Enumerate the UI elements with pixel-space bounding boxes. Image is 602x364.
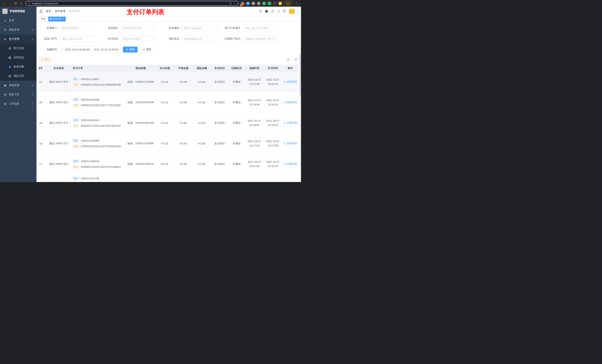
extension-icon[interactable] xyxy=(257,2,260,5)
menu-item-icon: ◉ xyxy=(8,65,11,68)
filter-input[interactable] xyxy=(243,25,278,31)
view-detail-link[interactable]: 查看详情 xyxy=(284,162,297,166)
menu-item-icon: ▥ xyxy=(3,102,7,105)
merchant-tag: 商户 xyxy=(73,139,79,143)
filter-control[interactable] xyxy=(182,25,217,31)
filter-input[interactable] xyxy=(120,36,156,42)
refresh-table-button[interactable] xyxy=(293,57,299,62)
filter-control[interactable] xyxy=(120,25,156,31)
filter-field: 退款状态 xyxy=(161,36,222,42)
filter-control[interactable] xyxy=(59,36,95,42)
cell-fee-amount: ¥ 0.00 xyxy=(174,92,193,113)
view-detail-link[interactable]: 查看详情 xyxy=(284,101,297,104)
search-toggle-button[interactable] xyxy=(286,57,291,62)
search-icon xyxy=(259,10,262,13)
font-size-icon: T xyxy=(283,10,285,13)
sidebar-menu-item[interactable]: ▤ 商户信息 xyxy=(0,44,36,53)
address-bar[interactable]: ⓘ localhost:1024/pay/order ☆ xyxy=(26,1,238,6)
search-button[interactable]: 搜索 xyxy=(123,47,138,52)
browser-reload-button[interactable] xyxy=(13,1,18,6)
filter-input[interactable] xyxy=(120,25,156,31)
browser-profile-avatar[interactable] xyxy=(279,2,282,5)
page-scrollbar[interactable] xyxy=(300,7,301,182)
sidebar-menu-item[interactable]: ◎ 首页 xyxy=(0,16,36,25)
view-detail-link[interactable]: 查看详情 xyxy=(284,80,297,83)
cell-pay-status: 支付成功 xyxy=(211,154,228,174)
date-end-value[interactable]: 2021-10-31 23:59:59 xyxy=(94,48,118,51)
filter-input[interactable] xyxy=(182,36,217,42)
date-start-value[interactable]: 2021-10-01 00:00:00 xyxy=(65,48,89,51)
scrollbar-thumb[interactable] xyxy=(300,53,301,95)
filter-control[interactable] xyxy=(182,36,217,42)
browser-forward-button[interactable]: → xyxy=(7,1,13,6)
extension-icon[interactable]: 10 xyxy=(241,2,244,5)
filter-input[interactable] xyxy=(243,36,278,42)
cell-actions: 查看详情 xyxy=(282,154,299,174)
refresh-icon xyxy=(143,48,145,51)
sidebar-menu-item[interactable]: ⚙ 系统管理 ▾ xyxy=(0,25,36,34)
cell-refund-amount: ¥ 0.00 xyxy=(193,92,211,113)
cell-create-time: 2021-10-27 13:17:03 xyxy=(245,133,264,154)
header-search-button[interactable] xyxy=(259,10,262,13)
breadcrumb-item[interactable]: / 首页 xyxy=(46,10,51,13)
orders-table: 编号 支付渠道 支付订单 商品标题 支付金额 手续金额 退款金额 xyxy=(39,65,299,182)
sidebar-menu-item[interactable]: ¥ 支付管理 ▴ xyxy=(0,34,36,44)
browser-update-button[interactable]: 更新 xyxy=(284,1,292,6)
filter-grid: 所属商户 应用编号 xyxy=(39,25,299,42)
sidebar-menu-item[interactable]: ◉ 支付订单 xyxy=(0,62,36,71)
help-button[interactable]: ? xyxy=(271,10,274,13)
menu-item-label: 应用信息 xyxy=(13,56,33,59)
filter-control[interactable] xyxy=(243,36,278,42)
extension-icon[interactable] xyxy=(268,2,271,5)
sidebar-menu-item[interactable]: ▥ 工作流程 ▾ xyxy=(0,99,36,108)
cell-create-time: 2021-10-27 13:19:09 xyxy=(245,92,264,113)
sidebar-menu-item[interactable]: ▣ 基础设施 ▾ xyxy=(0,81,36,90)
view-detail-link[interactable]: 查看详情 xyxy=(284,142,297,145)
extension-icon[interactable] xyxy=(252,2,255,5)
font-size-button[interactable]: TT xyxy=(283,10,286,13)
user-avatar[interactable] xyxy=(289,9,295,14)
cell-refund-amount: ¥ 0.00 xyxy=(193,133,211,154)
table-header-row: 编号 支付渠道 支付订单 商品标题 支付金额 手续金额 退款金额 xyxy=(39,65,299,72)
menu-item-label: 工作流程 xyxy=(9,102,30,105)
breadcrumb-item[interactable]: / 支付管理 xyxy=(53,10,65,13)
caret-down-icon[interactable] xyxy=(297,11,298,12)
column-header: 支付渠道 xyxy=(47,65,70,72)
column-header: 支付金额 xyxy=(155,65,174,72)
site-info-icon[interactable]: ⓘ xyxy=(28,2,31,5)
bookmark-star-icon[interactable]: ☆ xyxy=(233,2,236,5)
filter-input[interactable] xyxy=(59,36,95,42)
filter-control[interactable] xyxy=(59,25,95,31)
extension-icon[interactable] xyxy=(246,2,250,5)
filter-control[interactable] xyxy=(243,25,278,31)
fullscreen-button[interactable] xyxy=(277,10,280,13)
extension-icon[interactable] xyxy=(262,2,266,5)
page-tab[interactable]: 支付订单 × xyxy=(48,17,66,21)
cell-pay-status: 支付成功 xyxy=(211,92,228,113)
extension-icon[interactable] xyxy=(273,2,277,5)
tab-close-icon[interactable]: × xyxy=(63,18,64,20)
filter-input[interactable] xyxy=(182,25,217,31)
filter-control[interactable] xyxy=(120,36,156,42)
cell-notify-status: 未通知 xyxy=(228,72,245,92)
share-icon[interactable] xyxy=(229,2,232,5)
cell-pay-time: 2021-10-27 13:17:08 xyxy=(264,133,282,154)
github-link[interactable] xyxy=(265,10,268,13)
reset-button[interactable]: 重置 xyxy=(140,47,154,52)
sidebar-menu-item[interactable]: ⊞ 研发工具 ▾ xyxy=(0,90,36,99)
sidebar-menu-item[interactable]: ▦ 应用信息 xyxy=(0,53,36,62)
browser-home-button[interactable]: ⌂ xyxy=(19,1,24,6)
column-header: 编号 xyxy=(39,65,47,72)
export-button[interactable]: 导出 xyxy=(39,57,52,62)
sidebar-toggle-icon[interactable] xyxy=(39,10,43,13)
sidebar-menu-item[interactable]: ▧ 退款订单 xyxy=(0,71,36,81)
browser-toolbar: ← → ⌂ ⓘ localhost:1024/pay/order ☆ 10 更新… xyxy=(0,0,301,7)
breadcrumb-item[interactable]: / 支付订单 xyxy=(67,10,80,13)
filter-label: 回调商户状态 xyxy=(222,37,243,41)
browser-back-button[interactable]: ← xyxy=(2,1,7,6)
view-detail-link[interactable]: 查看详情 xyxy=(284,121,297,125)
filter-input[interactable] xyxy=(59,25,95,31)
date-range-picker[interactable]: 2021-10-01 00:00:00 - 2021-10-31 23:59:5… xyxy=(59,47,120,52)
browser-menu-button[interactable]: ⋮ xyxy=(294,2,298,5)
page-tab[interactable]: 首页 xyxy=(39,17,47,21)
